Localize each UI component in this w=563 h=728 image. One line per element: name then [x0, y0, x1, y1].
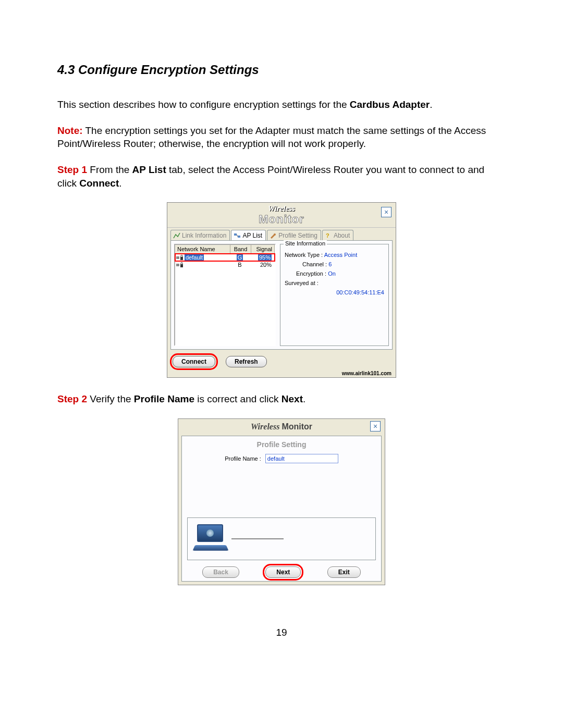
- list-header: Network Name Band Signal: [175, 245, 275, 254]
- connect-button[interactable]: Connect: [173, 356, 215, 367]
- section-heading: 4.3 Configure Encryption Settings: [57, 63, 506, 77]
- network-list[interactable]: Network Name Band Signal default G 95%: [174, 244, 276, 346]
- svg-rect-0: [234, 233, 237, 236]
- tab-profile-setting[interactable]: Profile Setting: [267, 230, 321, 240]
- app-logo: Wireless Monitor: [259, 205, 304, 225]
- titlebar: Wireless Monitor ×: [167, 203, 396, 228]
- profile-name-row: Profile Name :: [185, 454, 378, 463]
- next-button[interactable]: Next: [265, 566, 301, 578]
- page-number: 19: [57, 627, 506, 638]
- close-icon[interactable]: ×: [370, 421, 381, 431]
- footer-url: www.airlink101.com: [167, 369, 396, 377]
- svg-rect-4: [176, 256, 179, 259]
- svg-rect-7: [180, 264, 183, 267]
- refresh-button[interactable]: Refresh: [226, 356, 267, 367]
- close-icon[interactable]: ×: [381, 207, 391, 217]
- wifi-lock-icon: [176, 255, 183, 261]
- table-row[interactable]: default G 95%: [175, 254, 275, 261]
- wireless-monitor-aplist-window: Wireless Monitor × Link Information AP L…: [167, 202, 396, 378]
- svg-rect-1: [238, 236, 240, 238]
- svg-line-2: [237, 235, 238, 237]
- wireless-monitor-profile-window: Wireless Monitor × Profile Setting Profi…: [178, 418, 385, 585]
- note-paragraph: Note: The encryption settings you set fo…: [57, 124, 506, 151]
- back-button[interactable]: Back: [202, 566, 239, 578]
- wizard-button-row: Back Next Exit: [182, 566, 381, 578]
- laptop-icon: [193, 524, 229, 553]
- aplist-panel: Network Name Band Signal default G 95%: [170, 240, 393, 350]
- svg-text:?: ?: [326, 232, 329, 239]
- site-information-group: Site Information Network Type : Access P…: [280, 244, 389, 346]
- tab-link-information[interactable]: Link Information: [170, 230, 230, 240]
- intro-paragraph: This section describes how to configure …: [57, 98, 506, 112]
- step1-paragraph: Step 1 From the AP List tab, select the …: [57, 163, 506, 190]
- step2-paragraph: Step 2 Verify the Profile Name is correc…: [57, 392, 506, 406]
- illustration-area: [187, 517, 376, 560]
- exit-button[interactable]: Exit: [327, 566, 361, 578]
- profile-name-label: Profile Name :: [225, 455, 261, 462]
- svg-rect-6: [176, 264, 179, 266]
- profile-name-input[interactable]: [265, 454, 338, 463]
- profile-setting-heading: Profile Setting: [185, 440, 378, 449]
- wrench-icon: [270, 232, 277, 239]
- svg-rect-5: [180, 257, 183, 260]
- tab-ap-list[interactable]: AP List: [231, 230, 266, 240]
- button-row: Connect Refresh: [167, 353, 396, 369]
- signal-line-icon: [231, 538, 284, 539]
- signal-icon: [173, 232, 180, 239]
- question-icon: ?: [325, 232, 332, 239]
- siteinfo-legend: Site Information: [284, 240, 327, 246]
- tab-bar: Link Information AP List Profile Setting…: [167, 228, 396, 240]
- mac-address: 00:C0:49:54:11:E4: [336, 289, 384, 295]
- profile-panel: Profile Setting Profile Name : Back Next…: [181, 436, 382, 582]
- table-row[interactable]: B 20%: [175, 261, 275, 268]
- titlebar: Wireless Monitor ×: [178, 419, 385, 435]
- wifi-lock-icon: [176, 262, 183, 268]
- tab-about[interactable]: ? About: [322, 230, 353, 240]
- network-icon: [234, 232, 241, 239]
